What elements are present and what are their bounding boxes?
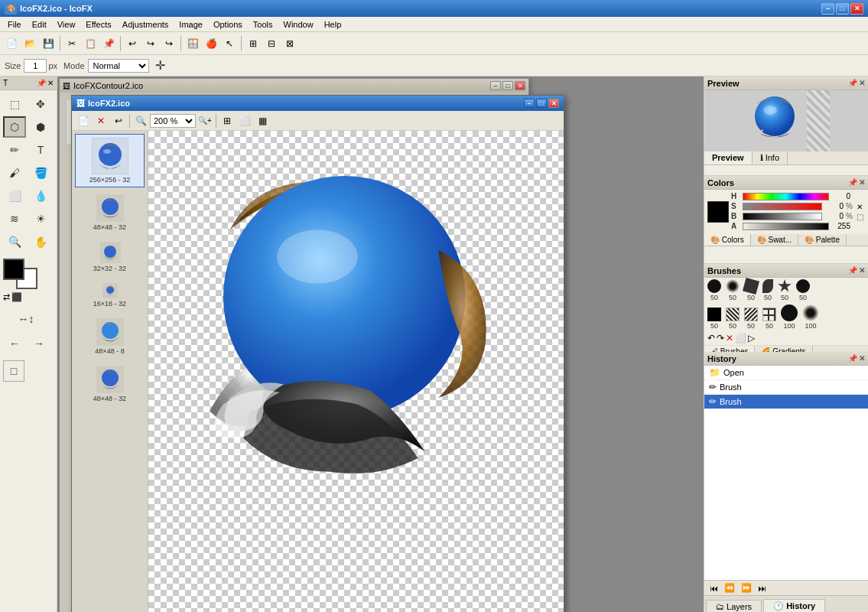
bottom-tab-layers[interactable]: 🗂 Layers	[706, 600, 762, 612]
brush-50-pat1[interactable]: 50	[726, 308, 740, 330]
text-tool[interactable]: T	[29, 139, 52, 161]
eraser-tool[interactable]: ⬜	[3, 185, 26, 207]
outer-minimize[interactable]: −	[490, 81, 501, 90]
history-item-open[interactable]: 📁 Open	[704, 366, 868, 380]
brush-tool-del[interactable]: ↷	[717, 333, 724, 343]
alpha-slider[interactable]	[743, 223, 829, 230]
menu-tools[interactable]: Tools	[249, 19, 278, 30]
preview-tab-preview[interactable]: Preview	[704, 151, 753, 164]
icon-item-32[interactable]: 32×32 - 32	[75, 238, 145, 276]
grid-btn[interactable]: ⊞	[219, 113, 236, 129]
save-button[interactable]: 💾	[40, 35, 57, 52]
menu-image[interactable]: Image	[174, 19, 207, 30]
dropper-tool[interactable]: 💧	[29, 185, 52, 207]
toolbox-close[interactable]: ✕	[47, 79, 54, 87]
colors-pin[interactable]: 📌	[848, 178, 857, 187]
view3-button[interactable]: ⊠	[281, 35, 298, 52]
outer-maximize[interactable]: □	[502, 81, 513, 90]
tab-colors[interactable]: 🎨 Colors	[704, 234, 751, 246]
menu-help[interactable]: Help	[320, 19, 346, 30]
view-btn[interactable]: ▦	[254, 113, 271, 129]
lasso-tool[interactable]: ⬡	[3, 116, 26, 138]
toggle-canvas[interactable]: □	[3, 360, 24, 382]
mode-select[interactable]: Normal Add Subtract Multiply	[88, 59, 149, 73]
inner-maximize[interactable]: □	[536, 99, 547, 108]
cursor-tool[interactable]: ✛	[155, 58, 165, 73]
brush-50-soft[interactable]: 50	[726, 279, 740, 301]
brush-100-a[interactable]: 100	[781, 304, 798, 330]
brush-100-b[interactable]: 100	[802, 304, 819, 330]
icon-item-16[interactable]: 16×16 - 32	[75, 279, 145, 311]
brush-tool-export[interactable]: ▷	[748, 333, 755, 343]
cut-button[interactable]: ✂	[63, 35, 80, 52]
brush-tool-import[interactable]: ⬜	[735, 333, 746, 343]
cursor-button[interactable]: ↖	[221, 35, 238, 52]
new-button[interactable]: 📄	[3, 35, 20, 52]
menu-edit[interactable]: Edit	[28, 19, 51, 30]
pan-tool[interactable]: ✋	[29, 231, 52, 252]
brushes-close[interactable]: ✕	[859, 266, 865, 275]
brush-50-black[interactable]: 50	[707, 308, 721, 330]
redo2-button[interactable]: ↪	[161, 35, 177, 52]
arrow-right[interactable]: →	[28, 333, 50, 354]
brush-50-pat2[interactable]: 50	[744, 308, 758, 330]
menu-options[interactable]: Options	[209, 19, 247, 30]
history-last-btn[interactable]: ⏭	[756, 584, 769, 593]
delete-icon-btn[interactable]: ✕	[93, 113, 109, 129]
colors-close[interactable]: ✕	[859, 178, 865, 187]
color-tool-2[interactable]: ⬚	[857, 213, 863, 221]
size-input[interactable]	[24, 59, 47, 73]
brush-tool[interactable]: 🖌	[3, 162, 26, 184]
swap-colors-icon[interactable]: ⇄	[3, 292, 10, 302]
zoom-select[interactable]: 200 % 100 % 50 % 400 %	[150, 114, 196, 128]
bottom-tab-history[interactable]: 🕐 History	[763, 599, 825, 612]
new-icon-btn[interactable]: 📄	[75, 113, 92, 129]
brush-tool-add[interactable]: ↶	[707, 333, 715, 343]
menu-view[interactable]: View	[53, 19, 80, 30]
main-canvas[interactable]	[148, 131, 564, 612]
select-tool[interactable]: ⬚	[3, 93, 26, 115]
inner-minimize[interactable]: −	[524, 99, 535, 108]
transform-tool[interactable]: ↔↕	[3, 308, 49, 330]
winlogo-button[interactable]: 🪟	[184, 35, 201, 52]
sat-slider[interactable]	[743, 203, 822, 210]
import-icon-btn[interactable]: ↩	[110, 113, 127, 129]
menu-window[interactable]: Window	[279, 19, 318, 30]
preview-pin[interactable]: 📌	[848, 79, 857, 87]
arrow-left[interactable]: ←	[3, 333, 26, 354]
inner-close[interactable]: ✕	[548, 99, 559, 108]
icon-item-256[interactable]: 256×256 - 32	[75, 134, 145, 187]
redo-button[interactable]: ↪	[142, 35, 159, 52]
menu-adjustments[interactable]: Adjustments	[118, 19, 174, 30]
smudge-tool[interactable]: ≋	[3, 208, 26, 230]
view1-button[interactable]: ⊞	[245, 35, 262, 52]
color-tool-1[interactable]: ✕	[857, 203, 863, 211]
foreground-color-box[interactable]	[3, 259, 24, 280]
brush-50-star[interactable]: 50	[778, 279, 792, 301]
view2-button[interactable]: ⊟	[263, 35, 280, 52]
maximize-button[interactable]: □	[836, 3, 849, 15]
brushes-pin[interactable]: 📌	[848, 266, 857, 275]
toolbox-pin[interactable]: 📌	[37, 79, 46, 87]
history-item-brush1[interactable]: ✏ Brush	[704, 380, 868, 395]
history-next-btn[interactable]: ⏩	[739, 583, 754, 593]
zoom-in-btn[interactable]: 🔍+	[197, 113, 213, 129]
pencil-tool[interactable]: ✏	[3, 139, 26, 161]
fill-tool[interactable]: 🪣	[29, 162, 52, 184]
bri-slider[interactable]	[743, 213, 822, 220]
history-pin[interactable]: 📌	[848, 354, 857, 363]
icon-item-48b[interactable]: 48×48 - 8	[75, 314, 145, 359]
copy-button[interactable]: 📋	[82, 35, 99, 52]
icon-item-48c[interactable]: 48×48 - 32	[75, 362, 145, 406]
preview-close[interactable]: ✕	[859, 79, 865, 87]
menu-effects[interactable]: Effects	[81, 19, 115, 30]
tab-palette[interactable]: 🎨 Palette	[798, 234, 847, 246]
history-prev-btn[interactable]: ⏪	[722, 583, 737, 593]
tab-swatches[interactable]: 🎨 Swat...	[751, 234, 798, 246]
open-button[interactable]: 📂	[21, 35, 38, 52]
apple-button[interactable]: 🍎	[203, 35, 219, 52]
history-first-btn[interactable]: ⏮	[707, 584, 720, 593]
outer-close[interactable]: ✕	[515, 81, 525, 90]
brush-50-square[interactable]: 50	[744, 279, 758, 301]
history-item-brush2[interactable]: ✏ Brush	[704, 395, 868, 409]
